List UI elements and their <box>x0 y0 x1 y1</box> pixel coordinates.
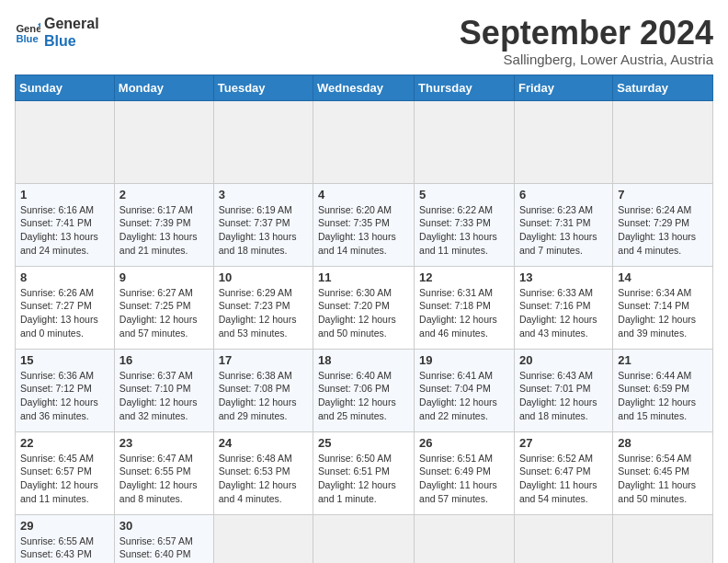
day-info: Daylight: 12 hours and 46 minutes. <box>419 313 509 339</box>
calendar-cell: 1Sunrise: 6:16 AMSunset: 7:41 PMDaylight… <box>16 183 115 266</box>
day-info: Sunrise: 6:57 AM <box>119 534 209 548</box>
logo-general: General <box>44 15 99 32</box>
day-info: Sunset: 7:25 PM <box>119 299 209 313</box>
day-number: 21 <box>618 353 708 367</box>
week-row-6: 29Sunrise: 6:55 AMSunset: 6:43 PMDayligh… <box>16 514 713 563</box>
day-info: Daylight: 12 hours and 8 minutes. <box>119 478 209 505</box>
calendar-cell: 28Sunrise: 6:54 AMSunset: 6:45 PMDayligh… <box>613 431 713 514</box>
day-info: Sunrise: 6:51 AM <box>419 452 509 465</box>
day-info: Sunrise: 6:27 AM <box>119 286 209 300</box>
calendar-cell <box>213 100 313 183</box>
week-row-4: 15Sunrise: 6:36 AMSunset: 7:12 PMDayligh… <box>16 349 713 431</box>
day-number: 16 <box>119 353 209 367</box>
calendar-cell: 12Sunrise: 6:31 AMSunset: 7:18 PMDayligh… <box>415 266 515 349</box>
calendar-cell: 18Sunrise: 6:40 AMSunset: 7:06 PMDayligh… <box>313 349 415 431</box>
day-info: Daylight: 12 hours and 18 minutes. <box>519 396 608 422</box>
week-row-5: 22Sunrise: 6:45 AMSunset: 6:57 PMDayligh… <box>16 431 713 514</box>
day-info: Sunrise: 6:44 AM <box>618 369 708 383</box>
calendar-cell: 3Sunrise: 6:19 AMSunset: 7:37 PMDaylight… <box>213 183 313 266</box>
day-info: Daylight: 12 hours and 50 minutes. <box>318 313 409 339</box>
day-number: 14 <box>618 270 708 284</box>
day-info: Sunrise: 6:47 AM <box>119 452 209 465</box>
calendar-cell: 23Sunrise: 6:47 AMSunset: 6:55 PMDayligh… <box>114 431 213 514</box>
day-info: Sunrise: 6:30 AM <box>318 286 409 300</box>
day-number: 24 <box>219 436 308 450</box>
day-info: Sunset: 6:47 PM <box>519 465 608 478</box>
day-info: Sunrise: 6:23 AM <box>519 203 608 217</box>
day-info: Sunrise: 6:33 AM <box>519 286 608 300</box>
day-info: Daylight: 12 hours and 32 minutes. <box>119 396 209 422</box>
calendar-cell: 27Sunrise: 6:52 AMSunset: 6:47 PMDayligh… <box>514 431 612 514</box>
day-info: Sunset: 7:41 PM <box>20 216 109 230</box>
calendar-cell <box>514 100 612 183</box>
day-info: Daylight: 12 hours and 39 minutes. <box>618 313 708 339</box>
day-info: Daylight: 12 hours and 4 minutes. <box>219 478 308 505</box>
day-info: Daylight: 12 hours and 15 minutes. <box>618 396 708 422</box>
day-number: 26 <box>419 436 509 450</box>
svg-text:Blue: Blue <box>16 33 38 44</box>
day-info: Sunrise: 6:52 AM <box>519 452 608 465</box>
day-info: Daylight: 12 hours and 36 minutes. <box>20 396 109 422</box>
day-info: Sunset: 6:45 PM <box>618 465 708 478</box>
day-info: Sunrise: 6:26 AM <box>20 286 109 300</box>
week-row-2: 1Sunrise: 6:16 AMSunset: 7:41 PMDaylight… <box>16 183 713 266</box>
day-info: Daylight: 13 hours and 11 minutes. <box>419 230 509 257</box>
day-info: Daylight: 12 hours and 25 minutes. <box>318 396 409 422</box>
day-info: Sunrise: 6:34 AM <box>618 286 708 300</box>
day-info: Sunrise: 6:45 AM <box>20 452 109 465</box>
calendar-cell <box>415 514 515 563</box>
day-info: Sunset: 7:31 PM <box>519 216 608 230</box>
day-info: Sunrise: 6:22 AM <box>419 203 509 217</box>
calendar-cell: 16Sunrise: 6:37 AMSunset: 7:10 PMDayligh… <box>114 349 213 431</box>
calendar-cell: 10Sunrise: 6:29 AMSunset: 7:23 PMDayligh… <box>213 266 313 349</box>
day-number: 9 <box>119 270 209 284</box>
day-info: Sunset: 7:10 PM <box>119 382 209 396</box>
calendar-cell: 17Sunrise: 6:38 AMSunset: 7:08 PMDayligh… <box>213 349 313 431</box>
day-number: 18 <box>318 353 409 367</box>
day-info: Sunset: 6:59 PM <box>618 382 708 396</box>
day-number: 30 <box>119 519 209 533</box>
calendar-cell: 26Sunrise: 6:51 AMSunset: 6:49 PMDayligh… <box>415 431 515 514</box>
calendar-cell: 13Sunrise: 6:33 AMSunset: 7:16 PMDayligh… <box>514 266 612 349</box>
day-info: Sunset: 7:18 PM <box>419 299 509 313</box>
week-row-1 <box>16 100 713 183</box>
calendar-cell <box>613 100 713 183</box>
day-number: 3 <box>219 188 308 201</box>
calendar-cell: 4Sunrise: 6:20 AMSunset: 7:35 PMDaylight… <box>313 183 415 266</box>
day-number: 12 <box>419 270 509 284</box>
day-info: Daylight: 13 hours and 18 minutes. <box>219 230 308 257</box>
day-info: Sunrise: 6:20 AM <box>318 203 409 217</box>
weekday-header-sunday: Sunday <box>16 75 115 100</box>
day-info: Sunrise: 6:48 AM <box>219 452 308 465</box>
day-info: Sunset: 7:27 PM <box>20 299 109 313</box>
calendar-cell: 2Sunrise: 6:17 AMSunset: 7:39 PMDaylight… <box>114 183 213 266</box>
day-number: 19 <box>419 353 509 367</box>
day-info: Sunset: 7:14 PM <box>618 299 708 313</box>
calendar-cell: 7Sunrise: 6:24 AMSunset: 7:29 PMDaylight… <box>613 183 713 266</box>
day-info: Sunrise: 6:40 AM <box>318 369 409 383</box>
day-info: Sunrise: 6:37 AM <box>119 369 209 383</box>
calendar-cell: 6Sunrise: 6:23 AMSunset: 7:31 PMDaylight… <box>514 183 612 266</box>
day-number: 27 <box>519 436 608 450</box>
day-number: 13 <box>519 270 608 284</box>
day-number: 23 <box>119 436 209 450</box>
weekday-header-tuesday: Tuesday <box>213 75 313 100</box>
day-number: 17 <box>219 353 308 367</box>
day-info: Sunset: 7:16 PM <box>519 299 608 313</box>
calendar-cell <box>514 514 612 563</box>
day-number: 10 <box>219 270 308 284</box>
day-number: 2 <box>119 188 209 201</box>
day-info: Sunrise: 6:50 AM <box>318 452 409 465</box>
day-info: Sunset: 7:04 PM <box>419 382 509 396</box>
day-info: Sunrise: 6:19 AM <box>219 203 308 217</box>
calendar-cell: 21Sunrise: 6:44 AMSunset: 6:59 PMDayligh… <box>613 349 713 431</box>
day-number: 5 <box>419 188 509 201</box>
calendar-cell: 29Sunrise: 6:55 AMSunset: 6:43 PMDayligh… <box>16 514 115 563</box>
day-info: Daylight: 12 hours and 43 minutes. <box>519 313 608 339</box>
header: General Blue General Blue September 2024… <box>15 15 713 67</box>
weekday-header-friday: Friday <box>514 75 612 100</box>
location-title: Sallingberg, Lower Austria, Austria <box>460 52 713 67</box>
calendar-cell: 14Sunrise: 6:34 AMSunset: 7:14 PMDayligh… <box>613 266 713 349</box>
day-info: Daylight: 13 hours and 24 minutes. <box>20 230 109 257</box>
calendar-cell <box>114 100 213 183</box>
